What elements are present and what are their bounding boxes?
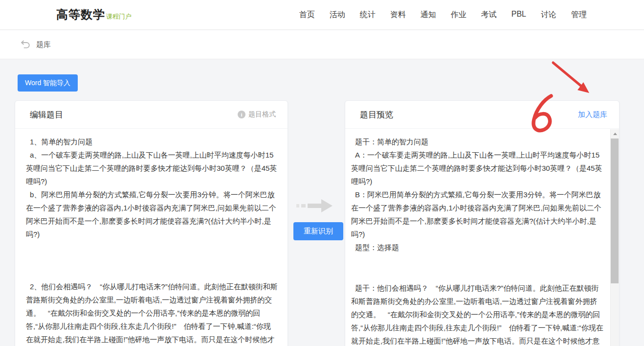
preview-option-b: B：阿米巴用简单分裂的方式繁殖,它每分裂一次要用3分钟。将一个阿米巴放在一个盛了… [351,188,604,241]
annotation-arrow-shaft [553,63,582,87]
editor-paragraph: b、阿米巴用简单分裂的方式繁殖,它每分裂一次要用3分钟。将一个阿米巴放在一个盛了… [26,188,278,241]
nav-item-homework[interactable]: 作业 [451,10,466,20]
editor-panel-title: 编辑题目 [30,109,63,120]
editor-paragraph: 2、他们会相遇吗？ “你从哪儿打电话来?”伯特问道。此刻他正在默顿街和斯普路斯街… [26,280,278,346]
brand-title: 高等数学 [56,7,105,23]
brand-subtitle: 课程门户 [106,12,132,21]
nav-item-home[interactable]: 首页 [299,10,315,20]
editor-panel: 编辑题目 i 题目格式 1、简单的智力问题 a、一个破车要走两英哩的路,上山及下… [15,100,288,346]
nav-item-discussion[interactable]: 讨论 [541,10,556,20]
editor-paragraph: 1、简单的智力问题 [26,135,278,148]
preview-question-type: 题型：选择题 [351,241,604,254]
scrollbar[interactable] [610,129,619,346]
transform-arrow-icon [296,198,335,214]
breadcrumb-bar: 题库 [0,30,644,59]
preview-content: 题干：简单的智力问题 A：一个破车要走两英哩的路,上山及下山各一英哩,上山时平均… [345,129,619,346]
nav-item-admin[interactable]: 管理 [571,10,587,20]
brand-logo[interactable]: 高等数学 课程门户 [56,7,132,23]
top-nav: 高等数学 课程门户 首页 活动 统计 资料 通知 作业 考试 PBL 讨论 管理 [0,0,644,30]
nav-item-notifications[interactable]: 通知 [421,10,436,20]
annotation-arrow-head [577,82,589,93]
editor-panel-header: 编辑题目 i 题目格式 [15,101,288,129]
nav-item-statistics[interactable]: 统计 [360,10,376,20]
word-import-button[interactable]: Word 智能导入 [18,74,78,92]
scroll-up-arrow-icon [613,133,617,135]
back-icon[interactable] [21,40,30,49]
nav-item-activity[interactable]: 活动 [330,10,345,20]
info-icon: i [238,111,245,118]
editor-paragraph: a、一个破车要走两英哩的路,上山及下山各一英哩,上山时平均速度每小时15英哩问当… [26,148,278,188]
scrollbar-thumb[interactable] [611,138,619,283]
preview-panel-title: 题目预览 [360,109,393,120]
question-format-button[interactable]: i 题目格式 [238,110,276,119]
page: 高等数学 课程门户 首页 活动 统计 资料 通知 作业 考试 PBL 讨论 管理… [0,0,644,346]
preview-panel: 题目预览 加入题库 题干：简单的智力问题 A：一个破车要走两英哩的路,上山及下山… [345,100,620,346]
preview-stem: 题干：简单的智力问题 [351,135,604,148]
editor-content[interactable]: 1、简单的智力问题 a、一个破车要走两英哩的路,上山及下山各一英哩,上山时平均速… [15,129,288,346]
middle-column: 重新识别 [288,100,345,296]
preview-stem: 题干：他们会相遇吗？ “你从哪儿打电话来?”伯特问道。此刻他正在默顿街和斯普路斯… [351,281,604,346]
nav-menu: 首页 活动 统计 资料 通知 作业 考试 PBL 讨论 管理 [299,10,587,20]
nav-item-pbl[interactable]: PBL [511,10,526,20]
preview-panel-header: 题目预览 加入题库 [345,101,619,129]
nav-item-materials[interactable]: 资料 [390,10,406,20]
rerecognize-button[interactable]: 重新识别 [293,222,343,240]
add-to-bank-link[interactable]: 加入题库 [578,110,607,119]
nav-item-exams[interactable]: 考试 [481,10,497,20]
scrollbar-up-button[interactable] [611,129,619,138]
preview-option-a: A：一个破车要走两英哩的路,上山及下山各一英哩,上山时平均速度每小时15英哩问当… [351,148,604,188]
breadcrumb-label: 题库 [36,40,51,49]
question-format-label: 题目格式 [248,110,276,119]
